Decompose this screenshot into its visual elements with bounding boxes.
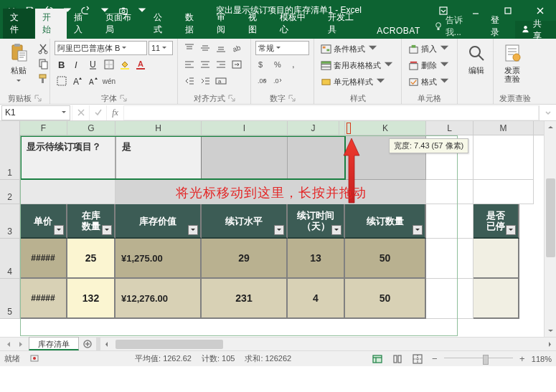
col-header-F[interactable]: F (20, 121, 67, 135)
col-header-L[interactable]: L (426, 121, 473, 135)
col-header-M[interactable]: M (473, 121, 534, 135)
cell-F5[interactable]: ##### (20, 279, 67, 319)
align-bottom-button[interactable] (214, 41, 228, 55)
cell-M1[interactable] (473, 135, 534, 180)
tab-templates[interactable]: 模板中心 (273, 9, 321, 39)
header-stop[interactable]: 是否 已停 (473, 204, 519, 239)
comma-button[interactable]: , (287, 57, 301, 72)
wrap-merge-button[interactable] (230, 57, 244, 72)
conditional-format-button[interactable]: 条件格式 (319, 42, 397, 56)
zoom-in-button[interactable]: + (517, 354, 527, 364)
filter-button[interactable] (102, 225, 112, 235)
zoom-slider-thumb[interactable] (483, 355, 489, 365)
cell-H4[interactable]: ¥1,275.00 (116, 239, 202, 279)
sheet-nav-first[interactable] (3, 339, 13, 349)
cell-M5[interactable] (473, 279, 519, 319)
enter-formula-button[interactable] (89, 105, 106, 120)
fill-color-button[interactable] (118, 57, 132, 72)
align-right-button[interactable] (214, 57, 228, 72)
cell-HIJK2[interactable] (116, 180, 426, 204)
name-box[interactable]: K1 (1, 105, 70, 120)
cell-J4[interactable]: 13 (288, 239, 345, 279)
decrease-indent-button[interactable] (182, 74, 197, 88)
accounting-button[interactable]: $ (255, 57, 270, 72)
cell-L5[interactable] (426, 279, 473, 319)
col-header-H[interactable]: H (116, 121, 202, 135)
tab-developer[interactable]: 开发工具 (321, 9, 369, 39)
clipboard-launcher[interactable] (34, 95, 42, 102)
col-header-G[interactable]: G (67, 121, 116, 135)
row-header-3[interactable]: 3 (0, 204, 20, 239)
header-stock[interactable]: 在库 数量 (67, 204, 116, 239)
phonetic-button[interactable]: wén (102, 74, 116, 88)
number-launcher[interactable] (288, 95, 296, 102)
record-macro-icon[interactable] (30, 354, 39, 364)
filter-button[interactable] (506, 225, 516, 235)
cell-F4[interactable]: ##### (20, 239, 67, 279)
share-button[interactable]: 共享 (515, 21, 556, 39)
cell-K5[interactable]: 50 (345, 279, 426, 319)
tab-page-layout[interactable]: 页面布局 (98, 9, 147, 39)
header-level[interactable]: 续订水平 (202, 204, 288, 239)
cell-J5[interactable]: 4 (288, 279, 345, 319)
row-header-2[interactable]: 2 (0, 180, 20, 204)
cell-FG2[interactable] (20, 180, 116, 204)
percent-button[interactable]: % (271, 57, 286, 72)
increase-indent-button[interactable] (198, 74, 212, 88)
sheet-tab[interactable]: 库存清单 (29, 337, 79, 350)
underline-button[interactable]: U (86, 57, 100, 72)
zoom-slider[interactable] (444, 358, 513, 360)
bold-button[interactable]: B (55, 57, 69, 72)
cell-I5[interactable]: 231 (202, 279, 288, 319)
align-middle-button[interactable] (198, 41, 212, 55)
expand-formula-bar-button[interactable] (539, 105, 556, 120)
filter-button[interactable] (54, 225, 64, 235)
tab-view[interactable]: 视图 (241, 9, 273, 39)
invoice-verify-button[interactable]: 发票 查验 (498, 40, 527, 85)
tab-data[interactable]: 数据 (178, 9, 209, 39)
filter-button[interactable] (331, 225, 341, 235)
cancel-formula-button[interactable] (72, 105, 89, 120)
normal-view-button[interactable] (369, 353, 385, 365)
font-size-combo[interactable]: 11 (149, 41, 173, 55)
col-header-I[interactable]: I (202, 121, 288, 135)
row-header-1[interactable]: 1 (0, 135, 20, 180)
align-launcher[interactable] (228, 95, 235, 102)
hscroll-thumb[interactable] (116, 340, 223, 349)
cell-G4[interactable]: 25 (67, 239, 116, 279)
page-break-view-button[interactable] (410, 353, 425, 365)
vertical-scrollbar[interactable] (544, 121, 556, 337)
sheet-nav-last[interactable] (16, 339, 26, 349)
horizontal-scrollbar[interactable] (100, 338, 556, 350)
cell-I1[interactable] (202, 135, 288, 180)
tab-insert[interactable]: 插入 (67, 9, 98, 39)
scroll-down-button[interactable] (545, 325, 556, 337)
cell-H5[interactable]: ¥12,276.00 (116, 279, 202, 319)
page-layout-view-button[interactable] (390, 353, 405, 365)
border-style-button[interactable] (55, 74, 69, 88)
cell-M4[interactable] (473, 239, 519, 279)
col-header-K[interactable]: K (345, 121, 426, 135)
filter-button[interactable] (274, 225, 284, 235)
orientation-button[interactable]: ab (230, 41, 244, 55)
scroll-up-button[interactable] (545, 121, 556, 133)
italic-button[interactable]: I (70, 57, 85, 72)
align-left-button[interactable] (182, 57, 197, 72)
cell-M2[interactable] (473, 180, 534, 204)
align-center-button[interactable] (198, 57, 212, 72)
col-header-J[interactable]: J (288, 121, 339, 135)
login-button[interactable]: 登录 (484, 14, 515, 39)
new-sheet-button[interactable] (79, 338, 96, 350)
font-color-button[interactable]: A (133, 57, 148, 72)
delete-cells-button[interactable]: 删除 (406, 58, 453, 72)
cell-K4[interactable]: 50 (345, 239, 426, 279)
align-top-button[interactable] (182, 41, 197, 55)
insert-function-button[interactable]: fx (106, 105, 123, 120)
cell-I4[interactable]: 29 (202, 239, 288, 279)
filter-button[interactable] (413, 225, 423, 235)
copy-button[interactable] (36, 57, 50, 71)
scroll-right-button[interactable] (544, 338, 556, 350)
question-cell[interactable]: 显示待续订项目？ (20, 135, 116, 180)
filter-button[interactable] (188, 225, 198, 235)
format-as-table-button[interactable]: 套用表格格式 (319, 58, 397, 72)
